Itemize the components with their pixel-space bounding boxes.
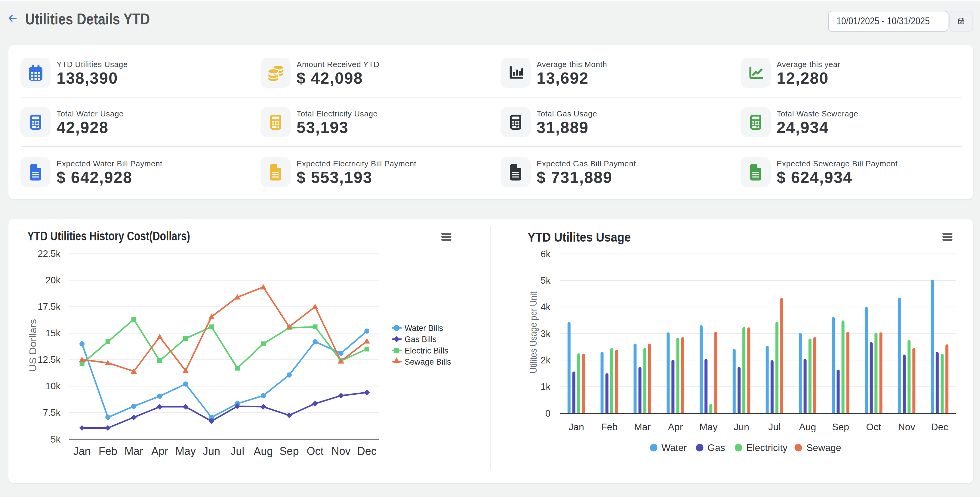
svg-text:0: 0 xyxy=(545,408,550,419)
svg-text:12.5k: 12.5k xyxy=(38,354,60,365)
svg-text:Water Bills: Water Bills xyxy=(404,324,443,333)
svg-text:10k: 10k xyxy=(45,381,60,392)
svg-text:Sewage Bills: Sewage Bills xyxy=(404,357,451,366)
svg-text:4k: 4k xyxy=(541,302,550,312)
svg-text:Jul: Jul xyxy=(231,445,244,457)
svg-text:15k: 15k xyxy=(45,328,60,338)
svg-text:Jun: Jun xyxy=(733,422,749,432)
svg-text:YTD Utilities History Cost(Dol: YTD Utilities History Cost(Dollars) xyxy=(27,229,190,243)
svg-text:Nov: Nov xyxy=(898,422,915,432)
svg-text:Dec: Dec xyxy=(931,422,948,432)
svg-text:May: May xyxy=(699,422,718,432)
svg-text:Sep: Sep xyxy=(280,445,299,457)
svg-text:Apr: Apr xyxy=(668,422,683,432)
svg-text:Gas: Gas xyxy=(708,442,725,453)
svg-text:Jun: Jun xyxy=(203,445,220,457)
svg-text:Mar: Mar xyxy=(124,445,143,457)
svg-text:20k: 20k xyxy=(45,275,60,285)
svg-text:Apr: Apr xyxy=(151,445,168,457)
svg-text:1k: 1k xyxy=(541,381,550,392)
svg-text:YTD Utilites Usage: YTD Utilites Usage xyxy=(528,230,631,244)
svg-text:US Dorllars: US Dorllars xyxy=(28,319,38,372)
svg-text:22.5k: 22.5k xyxy=(38,248,60,259)
svg-text:Aug: Aug xyxy=(799,422,816,432)
svg-text:Electric Bills: Electric Bills xyxy=(404,346,449,355)
svg-text:5k: 5k xyxy=(541,275,550,286)
svg-text:Water: Water xyxy=(662,442,687,453)
svg-text:Mar: Mar xyxy=(634,422,651,432)
svg-text:Nov: Nov xyxy=(331,445,351,457)
svg-text:Jan: Jan xyxy=(73,445,91,457)
svg-text:Dec: Dec xyxy=(357,445,377,457)
svg-text:5k: 5k xyxy=(51,434,60,444)
svg-text:Aug: Aug xyxy=(254,445,273,457)
svg-text:Gas Bills: Gas Bills xyxy=(404,335,437,344)
svg-text:Feb: Feb xyxy=(601,422,617,432)
svg-text:Sewage: Sewage xyxy=(807,442,842,453)
svg-text:6k: 6k xyxy=(541,249,550,259)
svg-text:7.5k: 7.5k xyxy=(43,407,60,418)
svg-text:Feb: Feb xyxy=(99,445,117,457)
svg-text:Sep: Sep xyxy=(832,422,849,432)
svg-text:2k: 2k xyxy=(541,355,550,366)
svg-text:May: May xyxy=(175,445,196,457)
svg-text:17.5k: 17.5k xyxy=(38,301,60,312)
svg-text:Oct: Oct xyxy=(866,422,881,432)
svg-text:3k: 3k xyxy=(541,328,550,339)
svg-text:Electricity: Electricity xyxy=(746,442,788,453)
svg-text:Oct: Oct xyxy=(307,445,323,457)
svg-text:Jul: Jul xyxy=(768,422,781,432)
svg-text:Jan: Jan xyxy=(568,422,584,432)
svg-text:Utilites Usage per Unit: Utilites Usage per Unit xyxy=(528,292,539,373)
